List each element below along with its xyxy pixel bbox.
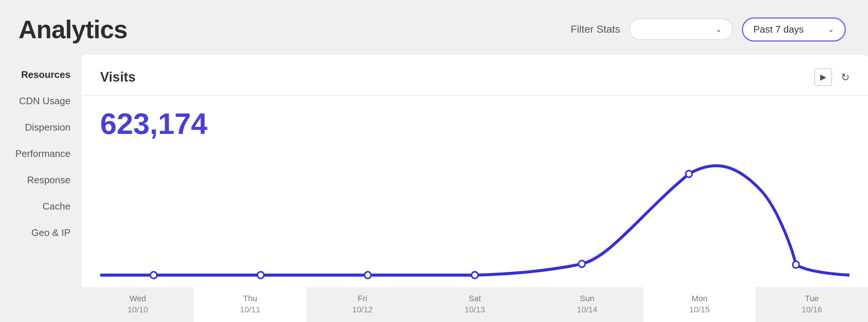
- x-axis: Wed 10/10 Thu 10/11 Fri 10/12 Sat 10/13 …: [82, 287, 868, 322]
- sidebar-item-dispersion[interactable]: Dispersion: [0, 115, 82, 140]
- x-label-mon: Mon 10/15: [643, 287, 756, 322]
- page-title: Analytics: [19, 15, 127, 44]
- export-icon: ▶: [820, 72, 826, 82]
- refresh-button[interactable]: ↻: [841, 71, 849, 83]
- dot-mon: [685, 171, 692, 177]
- sidebar-item-geo-ip[interactable]: Geo & IP: [0, 220, 82, 245]
- visits-chart: [100, 145, 849, 287]
- dot-tue: [793, 261, 799, 268]
- dot-fri: [365, 272, 371, 279]
- filter-label: Filter Stats: [571, 23, 620, 35]
- x-label-tue: Tue 10/16: [756, 287, 868, 322]
- chart-area: [100, 145, 849, 287]
- dot-wed: [151, 272, 157, 279]
- x-label-sat: Sat 10/13: [419, 287, 531, 322]
- chart-header: Visits ▶ ↻: [82, 55, 868, 96]
- chart-body: 623,174: [82, 96, 868, 287]
- sidebar-item-cache[interactable]: Cache: [0, 194, 82, 219]
- export-button[interactable]: ▶: [814, 68, 832, 86]
- x-label-sun: Sun 10/14: [531, 287, 643, 322]
- filter-stats-dropdown[interactable]: ⌄: [629, 19, 733, 40]
- sidebar-item-resources[interactable]: Resources: [0, 62, 82, 87]
- page-wrapper: Analytics Filter Stats ⌄ Past 7 days ⌄ R…: [0, 0, 868, 322]
- dot-sat: [471, 272, 478, 279]
- main-content: Resources CDN Usage Dispersion Performan…: [0, 55, 868, 322]
- sidebar-item-cdn-usage[interactable]: CDN Usage: [0, 89, 82, 114]
- filter-stats-chevron-icon: ⌄: [715, 24, 722, 34]
- dot-thu: [257, 272, 264, 279]
- chart-panel: Visits ▶ ↻ 623,174: [82, 55, 868, 322]
- metric-value: 623,174: [100, 107, 849, 141]
- date-range-chevron-icon: ⌄: [828, 24, 834, 34]
- dot-sun: [579, 260, 585, 267]
- header-controls: Filter Stats ⌄ Past 7 days ⌄: [571, 17, 846, 42]
- sidebar: Resources CDN Usage Dispersion Performan…: [0, 55, 82, 322]
- x-label-wed: Wed 10/10: [82, 287, 194, 322]
- x-label-fri: Fri 10/12: [306, 287, 419, 322]
- x-label-thu: Thu 10/11: [194, 287, 306, 322]
- chart-title: Visits: [100, 69, 135, 85]
- date-range-value: Past 7 days: [753, 24, 822, 35]
- date-range-dropdown[interactable]: Past 7 days ⌄: [742, 17, 846, 42]
- chart-actions: ▶ ↻: [814, 68, 849, 86]
- sidebar-item-response[interactable]: Response: [0, 168, 82, 193]
- header: Analytics Filter Stats ⌄ Past 7 days ⌄: [0, 0, 868, 55]
- sidebar-item-performance[interactable]: Performance: [0, 141, 82, 166]
